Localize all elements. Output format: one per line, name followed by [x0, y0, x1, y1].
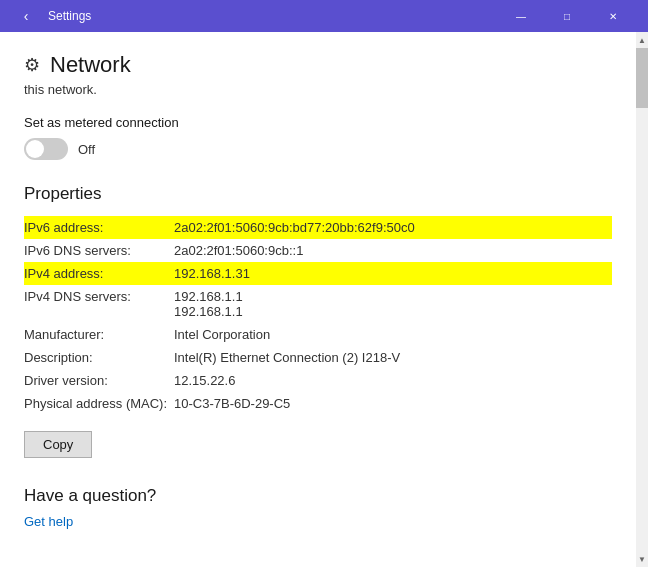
prop-row-ipv4-dns: IPv4 DNS servers: 192.168.1.1 192.168.1.…	[24, 285, 612, 323]
gear-icon: ⚙	[24, 54, 40, 76]
close-button[interactable]: ✕	[590, 0, 636, 32]
prop-val-ipv6-dns: 2a02:2f01:5060:9cb::1	[174, 243, 612, 258]
get-help-link[interactable]: Get help	[24, 514, 73, 529]
prop-val-manufacturer: Intel Corporation	[174, 327, 612, 342]
metered-label: Set as metered connection	[24, 115, 612, 130]
prop-val-ipv4-dns-1: 192.168.1.1	[174, 289, 612, 304]
prop-row-ipv6-address: IPv6 address: 2a02:2f01:5060:9cb:bd77:20…	[24, 216, 612, 239]
prop-key-ipv4-address: IPv4 address:	[24, 266, 174, 281]
page-header: ⚙ Network	[24, 52, 612, 78]
prop-key-mac: Physical address (MAC):	[24, 396, 174, 411]
prop-val-ipv6-address: 2a02:2f01:5060:9cb:bd77:20bb:62f9:50c0	[174, 220, 612, 235]
minimize-button[interactable]: —	[498, 0, 544, 32]
prop-val-ipv4-dns: 192.168.1.1 192.168.1.1	[174, 289, 612, 319]
prop-row-manufacturer: Manufacturer: Intel Corporation	[24, 323, 612, 346]
toggle-state-label: Off	[78, 142, 95, 157]
prop-key-description: Description:	[24, 350, 174, 365]
prop-val-driver-version: 12.15.22.6	[174, 373, 612, 388]
prop-val-description: Intel(R) Ethernet Connection (2) I218-V	[174, 350, 612, 365]
page-title: Network	[50, 52, 131, 78]
toggle-knob	[26, 140, 44, 158]
title-bar-text: Settings	[48, 9, 498, 23]
prop-key-ipv6-dns: IPv6 DNS servers:	[24, 243, 174, 258]
main-content: ⚙ Network this network. Set as metered c…	[0, 32, 648, 567]
back-button[interactable]: ‹	[12, 2, 40, 30]
metered-toggle[interactable]	[24, 138, 68, 160]
prop-key-driver-version: Driver version:	[24, 373, 174, 388]
title-bar: ‹ Settings — □ ✕	[0, 0, 648, 32]
scrollbar[interactable]: ▲ ▼	[636, 32, 648, 567]
prop-row-ipv6-dns: IPv6 DNS servers: 2a02:2f01:5060:9cb::1	[24, 239, 612, 262]
properties-table: IPv6 address: 2a02:2f01:5060:9cb:bd77:20…	[24, 216, 612, 415]
prop-key-manufacturer: Manufacturer:	[24, 327, 174, 342]
prop-val-ipv4-address: 192.168.1.31	[174, 266, 612, 281]
prop-val-mac: 10-C3-7B-6D-29-C5	[174, 396, 612, 411]
prop-row-description: Description: Intel(R) Ethernet Connectio…	[24, 346, 612, 369]
prop-row-ipv4-address: IPv4 address: 192.168.1.31	[24, 262, 612, 285]
faq-heading: Have a question?	[24, 486, 612, 506]
scrollbar-track	[636, 48, 648, 551]
scroll-up-arrow[interactable]: ▲	[636, 32, 648, 48]
scroll-down-arrow[interactable]: ▼	[636, 551, 648, 567]
prop-row-mac: Physical address (MAC): 10-C3-7B-6D-29-C…	[24, 392, 612, 415]
prop-key-ipv4-dns: IPv4 DNS servers:	[24, 289, 174, 319]
toggle-row: Off	[24, 138, 612, 160]
prop-key-ipv6-address: IPv6 address:	[24, 220, 174, 235]
prop-row-driver-version: Driver version: 12.15.22.6	[24, 369, 612, 392]
window-controls: — □ ✕	[498, 0, 636, 32]
scrollbar-thumb[interactable]	[636, 48, 648, 108]
content-area: ⚙ Network this network. Set as metered c…	[0, 32, 636, 567]
properties-heading: Properties	[24, 184, 612, 204]
copy-button[interactable]: Copy	[24, 431, 92, 458]
prop-val-ipv4-dns-2: 192.168.1.1	[174, 304, 612, 319]
page-subtitle: this network.	[24, 82, 612, 97]
maximize-button[interactable]: □	[544, 0, 590, 32]
